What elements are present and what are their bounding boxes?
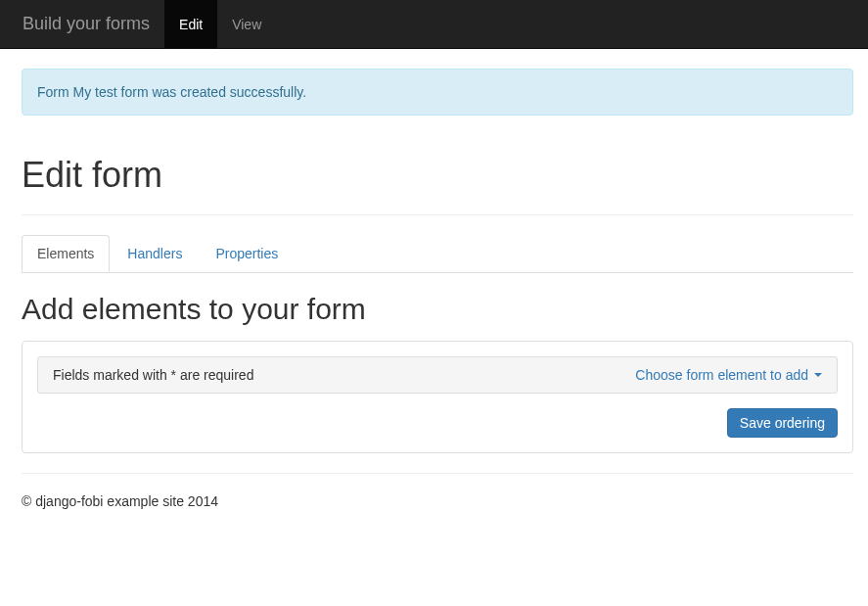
success-alert: Form My test form was created successful… [22,69,853,116]
page-title: Edit form [22,155,853,196]
nav-item-view[interactable]: View [217,0,276,49]
tab-elements[interactable]: Elements [22,235,112,272]
choose-element-dropdown[interactable]: Choose form element to add [635,367,822,383]
alert-message: Form My test form was created successful… [37,84,306,100]
divider [22,473,853,474]
tab-properties-link[interactable]: Properties [200,235,294,272]
required-note: Fields marked with * are required [53,367,253,383]
section-heading: Add elements to your form [22,293,853,326]
page-header: Edit form [22,155,853,215]
nav-item-edit[interactable]: Edit [164,0,217,49]
footer: © django-fobi example site 2014 [22,493,853,529]
caret-down-icon [814,373,822,377]
tab-properties[interactable]: Properties [200,235,296,272]
navbar-brand[interactable]: Build your forms [15,0,164,49]
tabs: Elements Handlers Properties [22,235,853,273]
panel-heading: Fields marked with * are required Choose… [37,356,838,394]
nav-link-edit[interactable]: Edit [164,0,217,49]
tab-handlers[interactable]: Handlers [112,235,200,272]
tab-elements-link[interactable]: Elements [22,235,110,272]
navbar-nav: Edit View [164,0,276,49]
dropdown-label: Choose form element to add [635,367,808,383]
navbar: Build your forms Edit View [0,0,868,49]
main-container: Form My test form was created successful… [7,69,868,529]
footer-text: © django-fobi example site 2014 [22,493,853,509]
tab-handlers-link[interactable]: Handlers [112,235,198,272]
save-ordering-button[interactable]: Save ordering [727,408,838,438]
elements-panel: Fields marked with * are required Choose… [22,341,853,453]
nav-link-view[interactable]: View [217,0,276,49]
